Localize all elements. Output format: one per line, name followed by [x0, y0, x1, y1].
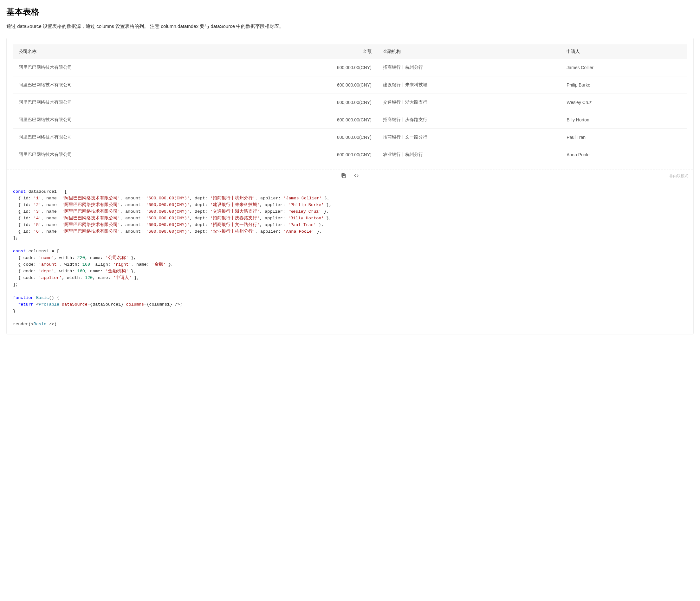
cell-dept: 农业银行丨杭州分行	[377, 146, 561, 164]
cell-amount: 600,000.00(CNY)	[226, 111, 377, 129]
cell-applier: Wesley Cruz	[561, 94, 687, 111]
basic-table: 公司名称 金额 金融机构 申请人 阿里巴巴网络技术有限公司600,000.00(…	[13, 44, 687, 163]
page-description: 通过 dataSource 设置表格的数据源，通过 columns 设置表格的列…	[6, 23, 694, 30]
cell-name: 阿里巴巴网络技术有限公司	[13, 94, 226, 111]
cell-applier: James Collier	[561, 59, 687, 76]
cell-dept: 招商银行丨杭州分行	[377, 59, 561, 76]
example-box: 公司名称 金额 金融机构 申请人 阿里巴巴网络技术有限公司600,000.00(…	[6, 38, 694, 334]
page-title: 基本表格	[6, 6, 694, 18]
cell-amount: 600,000.00(CNY)	[226, 146, 377, 164]
code-icon[interactable]	[354, 173, 359, 179]
example-toolbar: 非内联模式	[7, 170, 693, 182]
cell-dept: 交通银行丨浙大路支行	[377, 94, 561, 111]
cell-applier: Anna Poole	[561, 146, 687, 164]
table-row: 阿里巴巴网络技术有限公司600,000.00(CNY)交通银行丨浙大路支行Wes…	[13, 94, 687, 111]
cell-amount: 600,000.00(CNY)	[226, 76, 377, 94]
copy-icon[interactable]	[341, 173, 346, 179]
col-header-applier: 申请人	[561, 44, 687, 59]
example-demo: 公司名称 金额 金融机构 申请人 阿里巴巴网络技术有限公司600,000.00(…	[7, 38, 693, 170]
cell-amount: 600,000.00(CNY)	[226, 129, 377, 146]
cell-amount: 600,000.00(CNY)	[226, 94, 377, 111]
table-header-row: 公司名称 金额 金融机构 申请人	[13, 44, 687, 59]
cell-dept: 招商银行丨文一路分行	[377, 129, 561, 146]
table-row: 阿里巴巴网络技术有限公司600,000.00(CNY)招商银行丨杭州分行Jame…	[13, 59, 687, 76]
cell-name: 阿里巴巴网络技术有限公司	[13, 111, 226, 129]
cell-name: 阿里巴巴网络技术有限公司	[13, 59, 226, 76]
table-row: 阿里巴巴网络技术有限公司600,000.00(CNY)农业银行丨杭州分行Anna…	[13, 146, 687, 164]
cell-applier: Paul Tran	[561, 129, 687, 146]
table-row: 阿里巴巴网络技术有限公司600,000.00(CNY)招商银行丨文一路分行Pau…	[13, 129, 687, 146]
cell-dept: 建设银行丨未来科技城	[377, 76, 561, 94]
cell-applier: Philip Burke	[561, 76, 687, 94]
cell-name: 阿里巴巴网络技术有限公司	[13, 129, 226, 146]
code-block: const dataSource1 = [ { id: '1', name: '…	[7, 182, 693, 334]
col-header-dept: 金融机构	[377, 44, 561, 59]
col-header-name: 公司名称	[13, 44, 226, 59]
cell-name: 阿里巴巴网络技术有限公司	[13, 146, 226, 164]
mode-label: 非内联模式	[669, 173, 688, 179]
table-row: 阿里巴巴网络技术有限公司600,000.00(CNY)建设银行丨未来科技城Phi…	[13, 76, 687, 94]
table-row: 阿里巴巴网络技术有限公司600,000.00(CNY)招商银行丨庆春路支行Bil…	[13, 111, 687, 129]
cell-dept: 招商银行丨庆春路支行	[377, 111, 561, 129]
cell-applier: Billy Horton	[561, 111, 687, 129]
cell-name: 阿里巴巴网络技术有限公司	[13, 76, 226, 94]
cell-amount: 600,000.00(CNY)	[226, 59, 377, 76]
col-header-amount: 金额	[226, 44, 377, 59]
